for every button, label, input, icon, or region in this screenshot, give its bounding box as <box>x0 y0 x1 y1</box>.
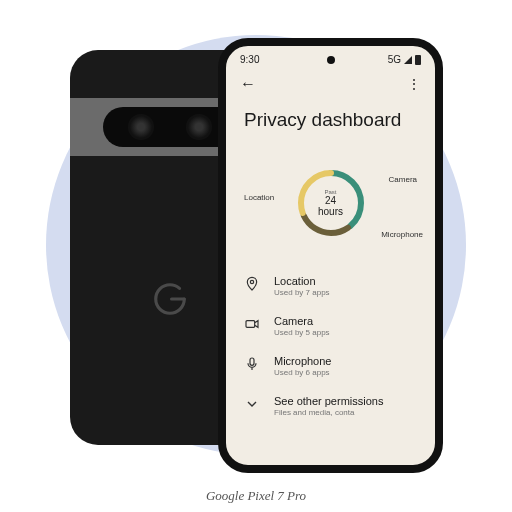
back-button[interactable]: ← <box>240 75 256 93</box>
permission-subtitle: Used by 6 apps <box>274 368 417 377</box>
chart-center-bottom: 24 hours <box>312 195 350 217</box>
permission-item-camera[interactable]: Camera Used by 5 apps <box>244 306 417 346</box>
permissions-list: Location Used by 7 apps Camera Used by 5… <box>226 260 435 432</box>
chart-label-location: Location <box>244 193 274 202</box>
more-options-button[interactable]: ⋮ <box>407 76 421 92</box>
permission-title: Location <box>274 275 417 287</box>
signal-icon <box>404 56 412 64</box>
battery-icon <box>415 55 421 65</box>
location-icon <box>244 276 260 292</box>
chevron-down-icon <box>244 396 260 412</box>
status-time: 9:30 <box>240 54 259 65</box>
microphone-icon <box>244 356 260 372</box>
permission-title: Camera <box>274 315 417 327</box>
svg-rect-5 <box>250 358 254 365</box>
phone-front-view: 9:30 5G ← ⋮ Privacy dashboard Location C… <box>218 38 443 473</box>
image-caption: Google Pixel 7 Pro <box>0 488 512 504</box>
camera-icon <box>244 316 260 332</box>
camera-lens-icon <box>128 114 154 140</box>
google-logo-icon <box>151 280 189 318</box>
app-header: ← ⋮ <box>226 69 435 99</box>
permission-title: Microphone <box>274 355 417 367</box>
chart-label-camera: Camera <box>389 175 417 184</box>
permission-title: See other permissions <box>274 395 417 407</box>
svg-rect-4 <box>246 321 255 328</box>
permission-item-other[interactable]: See other permissions Files and media, c… <box>244 386 417 426</box>
usage-chart: Location Camera Microphone Past 24 hours <box>226 145 435 260</box>
page-title: Privacy dashboard <box>226 99 435 145</box>
permission-subtitle: Files and media, conta <box>274 408 417 417</box>
permission-subtitle: Used by 7 apps <box>274 288 417 297</box>
svg-point-3 <box>250 280 253 283</box>
front-camera-icon <box>327 56 335 64</box>
chart-label-microphone: Microphone <box>381 230 423 239</box>
permission-item-location[interactable]: Location Used by 7 apps <box>244 266 417 306</box>
camera-lens-icon <box>186 114 212 140</box>
permission-item-microphone[interactable]: Microphone Used by 6 apps <box>244 346 417 386</box>
permission-subtitle: Used by 5 apps <box>274 328 417 337</box>
network-label: 5G <box>388 54 401 65</box>
